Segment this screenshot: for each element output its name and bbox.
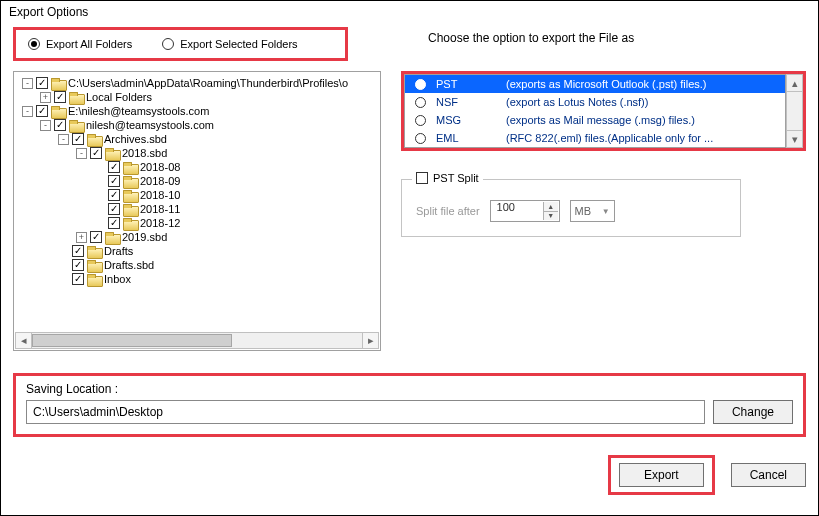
tree-row[interactable]: +Drafts [18, 244, 380, 258]
tree-row[interactable]: +2018-11 [18, 202, 380, 216]
radio-export-all[interactable]: Export All Folders [28, 38, 132, 50]
tree-row[interactable]: +Inbox [18, 272, 380, 286]
checkbox-icon[interactable] [108, 175, 120, 187]
saving-location-label: Saving Location : [26, 382, 793, 396]
checkbox-icon[interactable] [108, 189, 120, 201]
format-name: NSF [436, 96, 496, 108]
folder-tree[interactable]: -C:\Users\admin\AppData\Roaming\Thunderb… [13, 71, 381, 351]
tree-item-label: Drafts [104, 245, 133, 257]
spin-down-icon[interactable]: ▼ [543, 212, 558, 221]
tree-row[interactable]: -2018.sbd [18, 146, 380, 160]
collapse-icon[interactable]: - [76, 148, 87, 159]
tree-item-label: 2018-12 [140, 217, 180, 229]
checkbox-icon[interactable] [108, 217, 120, 229]
tree-row[interactable]: -C:\Users\admin\AppData\Roaming\Thunderb… [18, 76, 380, 90]
checkbox-icon[interactable] [90, 231, 102, 243]
checkbox-icon[interactable] [54, 119, 66, 131]
radio-export-selected[interactable]: Export Selected Folders [162, 38, 297, 50]
collapse-icon[interactable]: - [22, 106, 33, 117]
tree-h-scrollbar[interactable]: ◂ ▸ [15, 332, 379, 349]
scroll-down-icon[interactable]: ▾ [787, 130, 802, 147]
pst-split-checkbox[interactable]: PST Split [412, 172, 483, 184]
saving-location-group: Saving Location : C:\Users\admin\Desktop… [13, 373, 806, 437]
format-option-pst[interactable]: PST(exports as Microsoft Outlook (.pst) … [405, 75, 785, 93]
split-unit-combo[interactable]: MB ▼ [570, 200, 615, 222]
scroll-right-icon[interactable]: ▸ [362, 332, 379, 349]
format-option-nsf[interactable]: NSF(export as Lotus Notes (.nsf)) [405, 93, 785, 111]
checkbox-icon [416, 172, 428, 184]
folder-icon [123, 176, 137, 187]
tree-row[interactable]: -E:\nilesh@teamsystools.com [18, 104, 380, 118]
radio-icon [415, 97, 426, 108]
radio-label: Export Selected Folders [180, 38, 297, 50]
split-size-input[interactable]: 100 ▲▼ [490, 200, 560, 222]
expand-icon[interactable]: + [40, 92, 51, 103]
tree-item-label: 2018-11 [140, 203, 180, 215]
chevron-down-icon: ▼ [602, 207, 610, 216]
scroll-track[interactable] [32, 332, 362, 349]
tree-item-label: 2018.sbd [122, 147, 167, 159]
tree-item-label: Local Folders [86, 91, 152, 103]
dialog-content: Export All Folders Export Selected Folde… [1, 23, 818, 507]
dialog-buttons: Export Cancel [13, 455, 806, 495]
folder-icon [87, 134, 101, 145]
tree-row[interactable]: +2018-09 [18, 174, 380, 188]
folder-icon [123, 204, 137, 215]
spin-up-icon[interactable]: ▲ [543, 202, 558, 212]
format-option-msg[interactable]: MSG(exports as Mail message (.msg) files… [405, 111, 785, 129]
export-button-highlight: Export [608, 455, 715, 495]
tree-row[interactable]: +Local Folders [18, 90, 380, 104]
cancel-button[interactable]: Cancel [731, 463, 806, 487]
checkbox-icon[interactable] [72, 133, 84, 145]
tree-row[interactable]: +2019.sbd [18, 230, 380, 244]
checkbox-icon[interactable] [36, 105, 48, 117]
checkbox-icon[interactable] [72, 259, 84, 271]
tree-item-label: Drafts.sbd [104, 259, 154, 271]
tree-item-label: nilesh@teamsystools.com [86, 119, 214, 131]
checkbox-icon[interactable] [108, 161, 120, 173]
tree-row[interactable]: +2018-10 [18, 188, 380, 202]
scroll-track[interactable] [787, 92, 802, 130]
scroll-left-icon[interactable]: ◂ [15, 332, 32, 349]
format-option-eml[interactable]: EML(RFC 822(.eml) files.(Applicable only… [405, 129, 785, 147]
checkbox-icon[interactable] [108, 203, 120, 215]
checkbox-icon[interactable] [90, 147, 102, 159]
tree-row[interactable]: -Archives.sbd [18, 132, 380, 146]
tree-row[interactable]: +Drafts.sbd [18, 258, 380, 272]
radio-icon [162, 38, 174, 50]
collapse-icon[interactable]: - [22, 78, 33, 89]
spinner[interactable]: ▲▼ [543, 202, 558, 220]
collapse-icon[interactable]: - [40, 120, 51, 131]
radio-label: Export All Folders [46, 38, 132, 50]
tree-row[interactable]: -nilesh@teamsystools.com [18, 118, 380, 132]
folder-icon [87, 260, 101, 271]
export-button[interactable]: Export [619, 463, 704, 487]
tree-row[interactable]: +2018-12 [18, 216, 380, 230]
expand-icon[interactable]: + [76, 232, 87, 243]
tree-row[interactable]: +2018-08 [18, 160, 380, 174]
format-list[interactable]: PST(exports as Microsoft Outlook (.pst) … [404, 74, 786, 148]
format-desc: (RFC 822(.eml) files.(Applicable only fo… [506, 132, 775, 144]
format-desc: (exports as Microsoft Outlook (.pst) fil… [506, 78, 775, 90]
right-column: PST(exports as Microsoft Outlook (.pst) … [401, 71, 806, 351]
format-name: EML [436, 132, 496, 144]
folder-icon [69, 120, 83, 131]
scroll-thumb[interactable] [32, 334, 232, 347]
format-v-scrollbar[interactable]: ▴ ▾ [786, 74, 803, 148]
split-unit-value: MB [575, 205, 592, 217]
scroll-up-icon[interactable]: ▴ [787, 75, 802, 92]
split-row: Split file after 100 ▲▼ MB ▼ [416, 200, 726, 222]
checkbox-icon[interactable] [72, 273, 84, 285]
format-name: PST [436, 78, 496, 90]
checkbox-icon[interactable] [72, 245, 84, 257]
radio-icon [415, 133, 426, 144]
collapse-icon[interactable]: - [58, 134, 69, 145]
split-size-value: 100 [497, 201, 515, 213]
change-button[interactable]: Change [713, 400, 793, 424]
radio-icon [415, 115, 426, 126]
main-row: -C:\Users\admin\AppData\Roaming\Thunderb… [13, 71, 806, 351]
checkbox-icon[interactable] [54, 91, 66, 103]
saving-location-input[interactable]: C:\Users\admin\Desktop [26, 400, 705, 424]
folder-icon [123, 190, 137, 201]
checkbox-icon[interactable] [36, 77, 48, 89]
